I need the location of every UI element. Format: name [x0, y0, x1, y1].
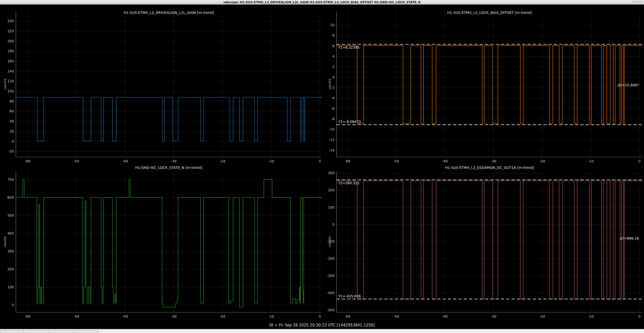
- window-menu-button[interactable]: [1, 1, 4, 4]
- plot-area[interactable]: [337, 11, 642, 157]
- taskbar-window-button[interactable]: [25, 330, 49, 333]
- taskbar-window-button[interactable]: [50, 330, 73, 333]
- x-tick-label: -4d: [122, 159, 128, 163]
- x-tick-label: -1d: [268, 314, 274, 318]
- y-tick-label: 400: [7, 231, 14, 235]
- x-tick-label: -6d: [25, 159, 30, 163]
- y-tick-label: 200: [328, 188, 334, 192]
- y-axis-label-counts: counts: [328, 74, 332, 94]
- y-tick-label: 80: [10, 99, 14, 103]
- x-tick-label: -6d: [345, 159, 350, 163]
- y-cursor-label: Y2=-9.08473: [338, 120, 361, 124]
- y-tick-label: 100: [7, 285, 14, 289]
- x-tick-label: -4d: [122, 314, 128, 318]
- window-controls: ∨ ∧ ✕: [632, 1, 643, 4]
- y-tick-label: 2: [332, 65, 334, 69]
- y-tick-label: -500: [327, 308, 334, 312]
- taskbar: [0, 329, 644, 333]
- y-tick-label: 0: [332, 75, 334, 79]
- minimize-button[interactable]: ∨: [632, 1, 635, 4]
- x-tick-label: -2d: [220, 159, 225, 163]
- plot-1: -14-12-10-8-6-4-20246810-6d-5d-4d-3d-2d-…: [329, 11, 642, 163]
- y-tick-label: 4: [332, 54, 334, 58]
- y-tick-label: 300: [328, 171, 334, 175]
- x-tick-label: 0: [638, 159, 641, 163]
- y-tick-label: 6: [332, 44, 334, 48]
- y-tick-label: 100: [328, 205, 334, 209]
- y-tick-label: 700: [7, 177, 14, 182]
- ndscope-window: -20020406080100120140160180200220240-6d-…: [0, 0, 644, 333]
- y-tick-label: 0: [332, 222, 334, 226]
- x-tick-label: -5d: [73, 314, 79, 318]
- y-axis-label-counts: counts: [3, 232, 7, 252]
- plot-area[interactable]: [337, 172, 642, 312]
- y-tick-label: -200: [327, 257, 334, 261]
- plot-3: -500-400-300-200-1000100200300-6d-5d-4d-…: [327, 171, 642, 318]
- x-tick-label: -2d: [539, 314, 545, 318]
- y-tick-label: 600: [7, 195, 14, 199]
- window-titlebar: ndscope: H1:SUS-ETMX_L3_DRIVEALIGN_L2L_G…: [0, 0, 644, 5]
- y-tick-label: -4: [331, 96, 334, 100]
- plot-title-isc-lock-state: H1:GRD-ISC_LOCK_STATE_N [m-trend]: [16, 166, 322, 170]
- cursor-delta-label: ΔY=15.4087: [617, 83, 639, 87]
- y-tick-label: 0: [12, 139, 14, 143]
- y-tick-label: 500: [7, 213, 14, 217]
- x-tick-label: -4d: [442, 314, 448, 318]
- x-tick-label: -6d: [345, 314, 350, 318]
- y-tick-label: 20: [10, 129, 14, 133]
- y-axis-label-counts: counts: [3, 74, 7, 94]
- y-cursor-label: Y1=-435.638: [338, 294, 361, 298]
- y-axis-label-counts: counts: [328, 232, 332, 252]
- close-button[interactable]: ✕: [640, 1, 643, 4]
- plot-area[interactable]: [16, 172, 322, 312]
- taskbar-window-button[interactable]: [1, 330, 24, 333]
- y-tick-label: 120: [7, 79, 14, 83]
- y-tick-label: 8: [332, 33, 334, 37]
- x-tick-label: -3d: [171, 314, 176, 318]
- x-tick-label: 0: [319, 314, 321, 318]
- y-tick-label: -6: [331, 107, 334, 111]
- x-tick-label: 0: [319, 159, 321, 163]
- y-tick-label: -20: [8, 149, 14, 153]
- y-tick-label: 0: [12, 303, 14, 307]
- t0-timestamp-label: t0 = Fri Sep 26 2025 20:30:23 UTC [14429…: [0, 323, 644, 327]
- y-tick-label: -12: [329, 138, 334, 142]
- x-tick-label: -3d: [491, 314, 496, 318]
- maximize-button[interactable]: ∧: [636, 1, 639, 4]
- plot-area[interactable]: [16, 11, 322, 157]
- plot-title-drivealign-gain: H1:SUS-ETMX_L3_DRIVEALIGN_L2L_GAIN [m-tr…: [16, 11, 322, 15]
- y-tick-label: -10: [329, 127, 334, 131]
- y-tick-label: 10: [330, 23, 334, 27]
- x-tick-label: -2d: [220, 314, 225, 318]
- x-tick-label: -2d: [539, 159, 545, 163]
- x-tick-label: -6d: [25, 314, 30, 318]
- plot-0: -20020406080100120140160180200220240-6d-…: [7, 11, 322, 163]
- x-tick-label: -5d: [393, 159, 399, 163]
- y-tick-label: -300: [327, 274, 334, 278]
- y-tick-label: 40: [10, 119, 14, 123]
- x-tick-label: -1d: [268, 159, 274, 163]
- y-tick-label: 60: [10, 109, 14, 113]
- y-tick-label: -8: [331, 117, 334, 121]
- y-tick-label: 180: [7, 49, 14, 53]
- plot-title-esdamon-dc-out: H1:SUS-ETMX_L3_ESDAMON_DC_OUT16 [m-trend…: [337, 166, 642, 170]
- y-cursor-label: Y2=260.522: [338, 181, 359, 185]
- x-tick-label: -5d: [73, 159, 79, 163]
- plot-title-lock-bias-offset: H1:SUS-ETMX_L3_LOCK_BIAS_OFFSET [m-trend…: [337, 11, 642, 15]
- x-tick-label: -1d: [588, 159, 594, 163]
- x-tick-label: -3d: [491, 159, 496, 163]
- y-tick-label: -14: [329, 148, 334, 152]
- y-tick-label: 160: [7, 59, 14, 63]
- y-tick-label: -400: [327, 291, 334, 295]
- y-tick-label: 240: [7, 19, 14, 23]
- y-tick-label: 140: [7, 69, 14, 73]
- taskbar-window-button[interactable]: [75, 330, 98, 333]
- x-tick-label: 0: [638, 314, 641, 318]
- window-title: ndscope: H1:SUS-ETMX_L3_DRIVEALIGN_L2L_G…: [0, 1, 644, 4]
- y-tick-label: 300: [7, 249, 14, 253]
- x-tick-label: -3d: [171, 159, 176, 163]
- y-tick-label: 100: [7, 89, 14, 93]
- x-tick-label: -5d: [393, 314, 399, 318]
- plot-2: 0100200300400500600700-6d-5d-4d-3d-2d-1d…: [7, 172, 322, 318]
- y-tick-label: 200: [7, 267, 14, 271]
